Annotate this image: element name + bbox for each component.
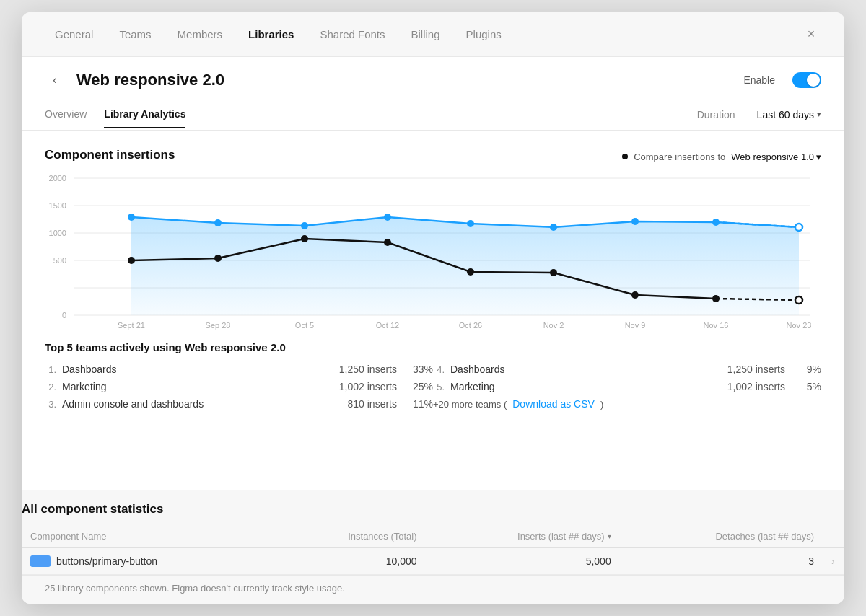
- team-inserts: 810 inserts: [332, 398, 397, 410]
- chart-dot: [128, 214, 135, 221]
- duration-label: Duration: [697, 109, 735, 120]
- svg-text:1500: 1500: [49, 201, 66, 210]
- svg-text:2000: 2000: [49, 174, 66, 182]
- col-instances: Instances (Total): [274, 525, 425, 548]
- enable-toggle[interactable]: [792, 72, 821, 88]
- chart-header: Component insertions Compare insertions …: [45, 148, 821, 165]
- team-inserts: 1,250 inserts: [720, 364, 785, 375]
- enable-label: Enable: [743, 74, 775, 86]
- team-pct: 33%: [411, 364, 433, 375]
- nav-members[interactable]: Members: [167, 22, 233, 46]
- main-content: Component insertions Compare insertions …: [22, 131, 844, 490]
- team-row-1: 1. Dashboards 1,250 inserts 33%: [45, 364, 433, 375]
- team-num: 2.: [45, 382, 56, 392]
- chart-dot: [795, 296, 802, 304]
- component-inserts-cell: 5,000: [426, 548, 620, 575]
- sort-arrow-icon: ▾: [608, 532, 611, 540]
- back-button[interactable]: ‹: [45, 70, 65, 90]
- chevron-down-icon: ▾: [817, 110, 821, 119]
- svg-text:Oct 26: Oct 26: [459, 321, 482, 330]
- teams-title: Top 5 teams actively using Web responsiv…: [45, 341, 821, 353]
- team-row-5: 5. Marketing 1,002 inserts 5%: [433, 381, 821, 392]
- col-detaches: Detaches (last ## days): [620, 525, 823, 548]
- nav-general[interactable]: General: [45, 22, 103, 46]
- teams-left-col: 1. Dashboards 1,250 inserts 33% 2. Marke…: [45, 364, 433, 410]
- team-name: Marketing: [450, 381, 580, 392]
- row-arrow-cell[interactable]: ›: [823, 548, 844, 575]
- footer-note: 25 library components shown. Figma doesn…: [22, 575, 844, 604]
- team-num: 4.: [433, 364, 445, 375]
- compare-text: Compare insertions to: [634, 151, 725, 162]
- team-row-3: 3. Admin console and dashboards 810 inse…: [45, 398, 433, 410]
- stats-title: All component statistics: [22, 502, 844, 516]
- compare-dot-icon: [622, 154, 628, 159]
- tab-overview[interactable]: Overview: [45, 101, 87, 128]
- component-icon: [30, 555, 51, 567]
- chart-dot: [795, 224, 802, 231]
- teams-right-col: 4. Dashboards 1,250 inserts 9% 5. Market…: [433, 364, 821, 410]
- chart-area-fill: [131, 217, 799, 315]
- component-detaches-cell: 3: [620, 548, 823, 575]
- chart-dot: [467, 268, 474, 276]
- compare-value: Web responsive 1.0: [731, 151, 814, 162]
- more-teams-text: +20 more teams (: [433, 399, 507, 410]
- team-num: 5.: [433, 382, 445, 392]
- col-inserts-label: Inserts (last ## days): [517, 531, 605, 542]
- chart-svg: 2000 1500 1000 500 0: [45, 171, 821, 330]
- chart-title: Component insertions: [45, 148, 175, 162]
- chart-dot: [631, 218, 639, 225]
- team-row-4: 4. Dashboards 1,250 inserts 9%: [433, 364, 821, 375]
- team-name: Dashboards: [450, 364, 580, 375]
- team-num: 1.: [45, 364, 56, 375]
- svg-text:Nov 2: Nov 2: [543, 321, 564, 330]
- svg-text:Oct 5: Oct 5: [295, 321, 314, 330]
- top-nav: General Teams Members Libraries Shared F…: [22, 12, 844, 57]
- library-title: Web responsive 2.0: [76, 71, 224, 89]
- stats-table-header-row: Component Name Instances (Total) Inserts…: [22, 525, 844, 548]
- team-pct: 9%: [800, 364, 821, 375]
- svg-text:500: 500: [53, 256, 66, 265]
- nav-teams[interactable]: Teams: [109, 22, 161, 46]
- chart-dot: [550, 269, 557, 276]
- svg-text:Nov 9: Nov 9: [625, 321, 646, 330]
- duration-select[interactable]: Last 60 days ▾: [757, 109, 821, 120]
- svg-text:Sep 28: Sep 28: [206, 321, 231, 330]
- team-pct: 25%: [411, 381, 433, 392]
- chart-dot: [550, 224, 557, 231]
- team-inserts: 1,002 inserts: [720, 381, 785, 392]
- team-name: Marketing: [62, 381, 192, 392]
- chart-dot: [128, 257, 135, 264]
- nav-shared-fonts[interactable]: Shared Fonts: [310, 22, 395, 46]
- modal-container: General Teams Members Libraries Shared F…: [22, 12, 844, 604]
- chart-container: 2000 1500 1000 500 0: [45, 171, 821, 330]
- csv-download-link[interactable]: Download as CSV: [512, 398, 595, 410]
- stats-table: Component Name Instances (Total) Inserts…: [22, 525, 844, 575]
- tab-library-analytics[interactable]: Library Analytics: [104, 101, 185, 128]
- col-inserts[interactable]: Inserts (last ## days) ▾: [426, 525, 620, 548]
- svg-text:1000: 1000: [49, 229, 66, 237]
- close-button[interactable]: ×: [801, 25, 821, 45]
- team-name: Dashboards: [62, 364, 192, 375]
- row-expand-icon: ›: [831, 555, 835, 567]
- team-num: 3.: [45, 399, 56, 410]
- teams-grid: 1. Dashboards 1,250 inserts 33% 2. Marke…: [45, 364, 821, 410]
- svg-text:Nov 16: Nov 16: [704, 321, 729, 330]
- nav-plugins[interactable]: Plugins: [456, 22, 512, 46]
- team-pct: 11%: [411, 398, 433, 410]
- teams-section: Top 5 teams actively using Web responsiv…: [45, 341, 821, 410]
- nav-libraries[interactable]: Libraries: [238, 22, 304, 46]
- component-name-cell: buttons/primary-button: [22, 548, 274, 575]
- more-teams-row: +20 more teams ( Download as CSV ): [433, 398, 821, 410]
- team-name: Admin console and dashboards: [62, 398, 204, 410]
- chart-dot: [301, 235, 308, 242]
- chart-dot: [214, 219, 222, 226]
- team-inserts: 1,250 inserts: [332, 364, 397, 375]
- nav-billing[interactable]: Billing: [401, 22, 450, 46]
- compare-select[interactable]: Web responsive 1.0 ▾: [731, 151, 821, 162]
- col-component-name: Component Name: [22, 525, 274, 548]
- chart-dot: [384, 214, 391, 221]
- chart-dot: [214, 255, 222, 262]
- component-instances-cell: 10,000: [274, 548, 425, 575]
- svg-text:Nov 23: Nov 23: [787, 321, 812, 330]
- team-row-2: 2. Marketing 1,002 inserts 25%: [45, 381, 433, 392]
